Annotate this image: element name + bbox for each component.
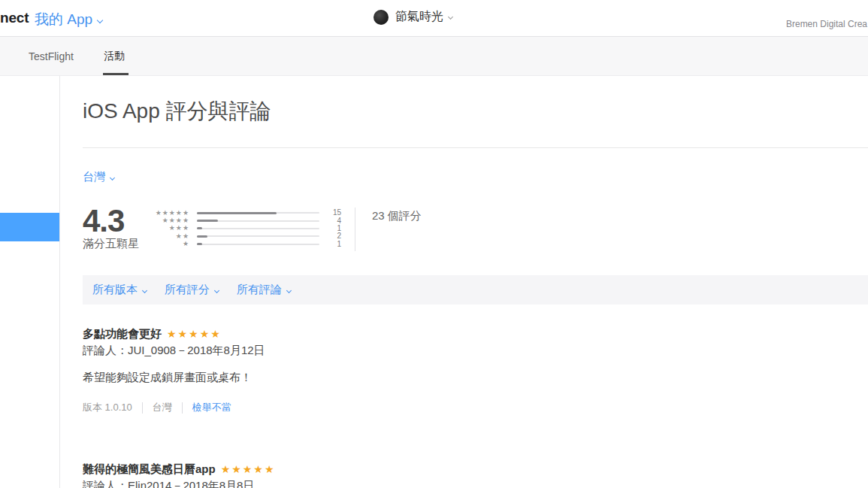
review-region: 台灣: [153, 401, 172, 414]
filter-label: 所有評論: [237, 283, 282, 296]
app-switcher[interactable]: 節氣時光: [374, 9, 452, 25]
app-name: 節氣時光: [395, 9, 443, 25]
review-version: 版本 1.0.10: [83, 401, 132, 414]
tab-bar: TestFlight 活動: [0, 36, 868, 76]
top-header: nect 我的 App 節氣時光 Bremen Digital Crea: [0, 0, 868, 36]
histogram-track: [197, 244, 319, 245]
ratings-summary: 4.3 滿分五顆星 ★★★★★15 ★★★★4 ★★★1 ★★2 ★1 23 個…: [83, 208, 868, 251]
filter-all-reviews[interactable]: 所有評論: [237, 283, 291, 297]
brand-logo-cropped: nect: [0, 10, 29, 26]
review-item: 難得的極簡風美感日曆app★★★★★ 評論人：Elin2014－2018年8月8…: [83, 462, 868, 488]
review-title-text: 多點功能會更好: [83, 327, 162, 340]
my-apps-dropdown[interactable]: 我的 App: [35, 10, 102, 29]
histogram-fill: [197, 227, 202, 229]
histogram-track: [197, 220, 319, 222]
histogram-count: 2: [326, 232, 341, 240]
review-title: 難得的極簡風美感日曆app★★★★★: [83, 462, 868, 477]
footer-separator: [182, 402, 183, 414]
histogram-row-1-star: ★1: [155, 241, 341, 248]
title-divider: [83, 147, 868, 148]
filter-label: 所有評分: [165, 283, 210, 296]
histogram-fill: [197, 243, 202, 245]
region-dropdown[interactable]: 台灣: [83, 170, 114, 184]
score-block: 4.3 滿分五顆星: [83, 208, 155, 251]
star-icons: ★: [155, 241, 189, 247]
histogram-track: [197, 235, 319, 237]
star-icons: ★★: [155, 233, 189, 240]
review-title: 多點功能會更好★★★★★: [83, 327, 868, 341]
sidebar: [0, 76, 60, 488]
report-concern-link[interactable]: 檢舉不當: [192, 401, 231, 414]
review-footer: 版本 1.0.10 台灣 檢舉不當: [83, 401, 868, 414]
organization-name: Bremen Digital Crea: [786, 19, 867, 29]
average-rating: 4.3: [83, 208, 155, 235]
tab-testflight[interactable]: TestFlight: [29, 37, 74, 75]
review-star-rating: ★★★★★: [167, 328, 222, 340]
total-ratings-label: 23 個評分: [372, 208, 422, 223]
histogram-track: [197, 228, 319, 229]
page-title: iOS App 評分與評論: [83, 97, 868, 126]
star-icons: ★★★★★: [155, 210, 189, 217]
chevron-down-icon: [286, 287, 292, 292]
histogram-row-2-star: ★★2: [155, 232, 341, 240]
chevron-down-icon: [214, 287, 219, 292]
histogram-row-4-star: ★★★★4: [155, 217, 341, 224]
my-apps-label: 我的 App: [35, 11, 92, 27]
footer-separator: [142, 402, 143, 414]
summary-divider: [355, 208, 355, 251]
histogram-row-3-star: ★★★1: [155, 225, 341, 232]
histogram-count: 1: [326, 241, 341, 248]
filter-label: 所有版本: [92, 283, 138, 296]
main-content: iOS App 評分與評論 台灣 4.3 滿分五顆星 ★★★★★15 ★★★★4…: [60, 76, 868, 488]
star-icons: ★★★★: [155, 217, 189, 224]
ratings-histogram: ★★★★★15 ★★★★4 ★★★1 ★★2 ★1: [155, 208, 341, 248]
tab-activity[interactable]: 活動: [104, 37, 125, 75]
review-author-line: 評論人：Elin2014－2018年8月8日: [83, 479, 868, 488]
chevron-down-icon: [110, 174, 115, 180]
sidebar-selected-item[interactable]: [0, 213, 59, 241]
histogram-fill: [197, 212, 277, 214]
chevron-down-icon: [97, 17, 103, 23]
review-star-rating: ★★★★★: [221, 463, 276, 475]
region-label: 台灣: [83, 170, 105, 183]
app-icon: [374, 10, 389, 25]
chevron-down-icon: [448, 14, 453, 20]
review-author-line: 評論人：JUI_0908－2018年8月12日: [83, 344, 868, 358]
filter-bar: 所有版本 所有評分 所有評論: [83, 275, 868, 305]
histogram-track: [197, 212, 319, 214]
histogram-row-5-star: ★★★★★15: [155, 209, 341, 217]
review-body: 希望能夠設定成鎖屏畫面或桌布！: [83, 371, 868, 385]
rating-caption: 滿分五顆星: [83, 237, 155, 251]
star-icons: ★★★: [155, 225, 189, 232]
filter-all-versions[interactable]: 所有版本: [92, 283, 147, 297]
histogram-fill: [197, 220, 218, 222]
review-title-text: 難得的極簡風美感日曆app: [83, 462, 216, 475]
histogram-fill: [197, 235, 207, 238]
filter-all-ratings[interactable]: 所有評分: [165, 283, 219, 297]
chevron-down-icon: [142, 287, 147, 292]
histogram-count: 15: [326, 209, 341, 217]
review-item: 多點功能會更好★★★★★ 評論人：JUI_0908－2018年8月12日 希望能…: [83, 327, 868, 414]
